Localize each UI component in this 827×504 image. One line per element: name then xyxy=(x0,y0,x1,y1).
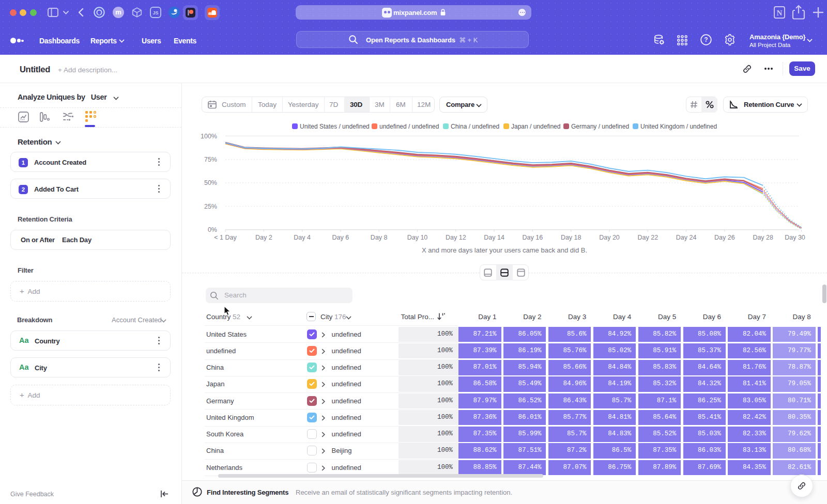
svg-text:Day 28: Day 28 xyxy=(753,234,773,241)
svg-text:Day 8: Day 8 xyxy=(371,234,388,241)
svg-text:Day 6: Day 6 xyxy=(332,234,349,241)
svg-text:Day 20: Day 20 xyxy=(599,234,620,241)
svg-text:0%: 0% xyxy=(208,226,217,233)
svg-text:Day 10: Day 10 xyxy=(407,234,428,241)
svg-text:50%: 50% xyxy=(204,179,217,186)
svg-text:Day 26: Day 26 xyxy=(714,234,735,241)
svg-text:25%: 25% xyxy=(204,203,217,210)
svg-text:Day 4: Day 4 xyxy=(294,234,311,241)
svg-text:Day 2: Day 2 xyxy=(255,234,272,241)
svg-text:Day 12: Day 12 xyxy=(446,234,466,241)
svg-text:Day 16: Day 16 xyxy=(523,234,543,241)
svg-text:100%: 100% xyxy=(201,133,217,140)
svg-text:Day 22: Day 22 xyxy=(637,234,658,241)
svg-text:75%: 75% xyxy=(204,156,217,163)
svg-text:Day 18: Day 18 xyxy=(561,234,581,241)
svg-text:Day 30: Day 30 xyxy=(785,234,805,241)
svg-text:< 1 Day: < 1 Day xyxy=(214,234,237,241)
svg-text:Day 24: Day 24 xyxy=(676,234,697,241)
svg-text:Day 14: Day 14 xyxy=(484,234,504,241)
